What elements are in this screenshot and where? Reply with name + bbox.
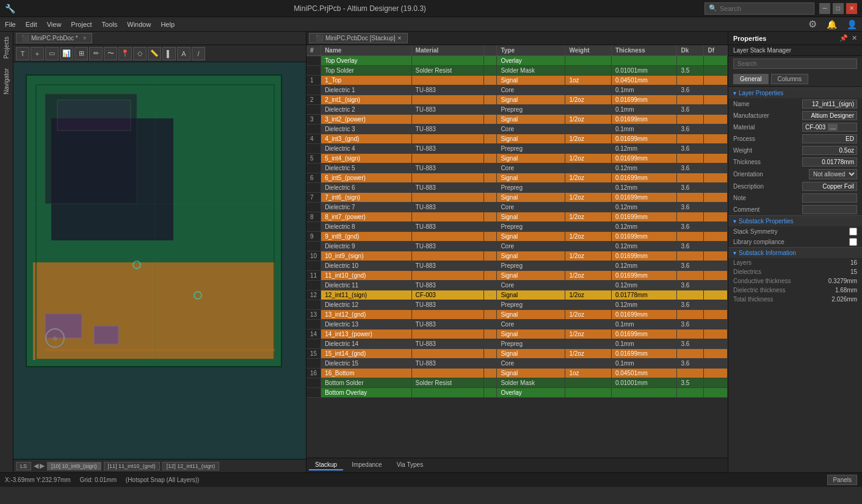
cell-material[interactable]: TU-883 xyxy=(411,359,484,369)
cell-weight[interactable]: 1/2oz xyxy=(565,95,611,105)
tab-impedance[interactable]: Impedance xyxy=(346,460,388,470)
cell-type[interactable]: Signal xyxy=(497,212,565,222)
cell-df[interactable] xyxy=(704,212,728,222)
col-thickness[interactable]: Thickness xyxy=(611,45,677,56)
cell-thickness[interactable]: 0.01001mm xyxy=(611,66,677,76)
col-type[interactable]: Type xyxy=(497,45,565,56)
cell-dk[interactable]: 3.6 xyxy=(677,242,704,251)
cell-thickness[interactable] xyxy=(611,388,677,398)
table-row[interactable]: Top Overlay Overlay xyxy=(306,56,728,66)
cell-material[interactable] xyxy=(411,154,484,164)
cell-material[interactable]: TU-883 xyxy=(411,222,484,232)
cell-name[interactable]: 12_int11_(sign) xyxy=(321,290,411,300)
cell-material[interactable]: TU-883 xyxy=(411,320,484,329)
cell-df[interactable] xyxy=(704,56,728,66)
cell-weight[interactable]: 1oz xyxy=(565,369,611,378)
tool-meas[interactable]: 📏 xyxy=(148,47,161,60)
cell-df[interactable] xyxy=(704,173,728,183)
table-row[interactable]: 6 6_int5_(power) ··· Signal 1/2oz 0.0169… xyxy=(306,173,728,183)
cell-thickness[interactable]: 0.1mm xyxy=(611,339,677,349)
cell-thickness[interactable]: 0.01699mm xyxy=(611,115,677,124)
tool-chart[interactable]: 📊 xyxy=(60,47,73,60)
cell-df[interactable] xyxy=(704,183,728,193)
cell-name[interactable]: 16_Bottom xyxy=(321,369,411,378)
cell-name[interactable]: Dielectric 4 xyxy=(321,144,411,154)
cell-weight[interactable] xyxy=(565,320,611,329)
cell-material[interactable] xyxy=(411,232,484,242)
cell-dk[interactable] xyxy=(677,290,704,300)
cell-dk[interactable]: 3.6 xyxy=(677,164,704,173)
tool-text[interactable]: T xyxy=(16,47,29,60)
cell-name[interactable]: Dielectric 6 xyxy=(321,183,411,193)
stack-tab-close[interactable]: × xyxy=(398,35,402,41)
menu-view[interactable]: View xyxy=(47,21,62,28)
cell-material[interactable]: TU-883 xyxy=(411,144,484,154)
cell-df[interactable] xyxy=(704,66,728,76)
cell-weight[interactable]: 1/2oz xyxy=(565,232,611,242)
cell-type[interactable]: Signal xyxy=(497,271,565,281)
cell-material[interactable]: TU-883 xyxy=(411,85,484,95)
cell-name[interactable]: Top Solder xyxy=(321,66,411,76)
cell-weight[interactable] xyxy=(565,242,611,251)
cell-thickness[interactable]: 0.12mm xyxy=(611,164,677,173)
cell-dk[interactable] xyxy=(677,134,704,144)
tool-pen[interactable]: ✏ xyxy=(89,47,103,60)
panel-search-input[interactable] xyxy=(733,59,857,69)
tool-curve[interactable]: 〜 xyxy=(104,47,117,60)
cell-thickness[interactable]: 0.12mm xyxy=(611,183,677,193)
cell-dk[interactable] xyxy=(677,271,704,281)
cell-name[interactable]: Bottom Overlay xyxy=(321,388,411,398)
cell-name[interactable]: Bottom Solder xyxy=(321,378,411,388)
cell-material[interactable] xyxy=(411,56,484,66)
cell-dk[interactable] xyxy=(677,349,704,359)
cell-name[interactable]: Dielectric 8 xyxy=(321,222,411,232)
cell-dk[interactable]: 3.6 xyxy=(677,124,704,134)
cell-material[interactable]: TU-883 xyxy=(411,242,484,251)
cell-weight[interactable] xyxy=(565,124,611,134)
cell-name[interactable]: Dielectric 9 xyxy=(321,242,411,251)
cell-thickness[interactable]: 0.1mm xyxy=(611,105,677,115)
cell-df[interactable] xyxy=(704,134,728,144)
cell-material[interactable] xyxy=(411,173,484,183)
cell-weight[interactable] xyxy=(565,203,611,212)
table-row[interactable]: Dielectric 9 TU-883 Core 0.12mm 3.6 xyxy=(306,242,728,251)
cell-dk[interactable] xyxy=(677,388,704,398)
cell-df[interactable] xyxy=(704,115,728,124)
table-row[interactable]: 8 8_int7_(power) ··· Signal 1/2oz 0.0169… xyxy=(306,212,728,222)
cell-name[interactable]: Dielectric 7 xyxy=(321,203,411,212)
cell-dk[interactable] xyxy=(677,56,704,66)
cell-type[interactable]: Signal xyxy=(497,76,565,85)
cell-material[interactable] xyxy=(411,388,484,398)
table-row[interactable]: Dielectric 12 TU-883 Prepreg 0.12mm 3.6 xyxy=(306,300,728,310)
cell-type[interactable]: Prepreg xyxy=(497,261,565,271)
tool-rect[interactable]: ▭ xyxy=(45,47,59,60)
cell-material[interactable] xyxy=(411,76,484,85)
col-weight[interactable]: Weight xyxy=(565,45,611,56)
cell-material[interactable]: TU-883 xyxy=(411,261,484,271)
cell-weight[interactable] xyxy=(565,388,611,398)
layer-tab-10[interactable]: [10] 10_int9_(sign) xyxy=(47,462,101,470)
substack-info-collapse-icon[interactable]: ▾ xyxy=(733,250,736,256)
cell-dk[interactable]: 3.6 xyxy=(677,320,704,329)
cell-name[interactable]: 15_int14_(gnd) xyxy=(321,349,411,359)
cell-df[interactable] xyxy=(704,85,728,95)
cell-thickness[interactable]: 0.12mm xyxy=(611,144,677,154)
tool-poly[interactable]: ◇ xyxy=(133,47,147,60)
table-row[interactable]: Dielectric 7 TU-883 Core 0.12mm 3.6 xyxy=(306,203,728,212)
tab-via-types[interactable]: Via Types xyxy=(391,460,430,470)
prop-material-value[interactable]: CF-003 … xyxy=(802,123,857,132)
panels-button[interactable]: Panels xyxy=(827,475,857,485)
cell-df[interactable] xyxy=(704,290,728,300)
cell-type[interactable]: Core xyxy=(497,124,565,134)
cell-type[interactable]: Prepreg xyxy=(497,339,565,349)
cell-weight[interactable]: 1/2oz xyxy=(565,251,611,261)
cell-df[interactable] xyxy=(704,144,728,154)
table-row[interactable]: Dielectric 13 TU-883 Core 0.1mm 3.6 xyxy=(306,320,728,329)
pcb-canvas[interactable]: ⊕ xyxy=(13,62,306,459)
cell-thickness[interactable]: 0.12mm xyxy=(611,222,677,232)
cell-name[interactable]: Dielectric 13 xyxy=(321,320,411,329)
cell-name[interactable]: 8_int7_(power) xyxy=(321,212,411,222)
stack-doc-tab[interactable]: ⬛ MiniPC.PcbDoc [Stackup] × xyxy=(309,33,408,43)
layer-tab-11[interactable]: [11] 11_int10_(gnd) xyxy=(104,462,160,470)
cell-dk[interactable] xyxy=(677,95,704,105)
